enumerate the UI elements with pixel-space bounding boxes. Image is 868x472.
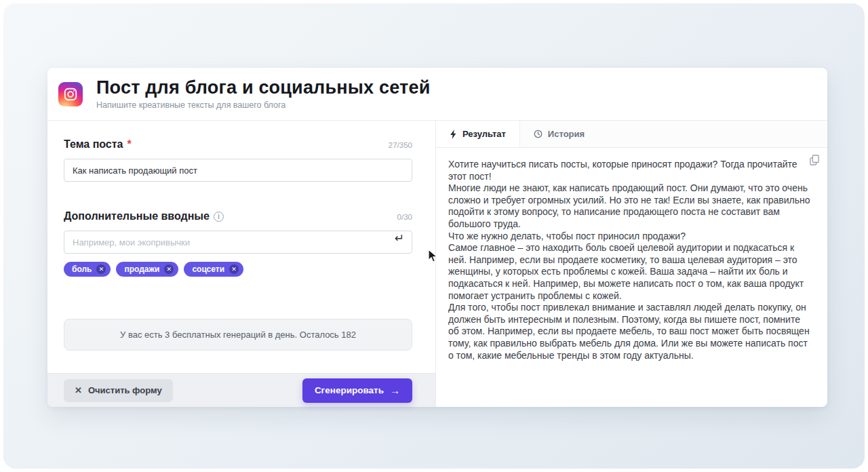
remove-tag-icon[interactable]: ✕ xyxy=(96,264,106,274)
tag-list: боль ✕ продажи ✕ соцсети ✕ xyxy=(64,262,412,277)
result-paragraph: Самое главное – это находить боль своей … xyxy=(448,242,811,302)
tag-label: боль xyxy=(72,264,92,274)
remove-tag-icon[interactable]: ✕ xyxy=(229,264,239,274)
extra-label: Дополнительные вводные i xyxy=(64,210,224,222)
extra-input[interactable] xyxy=(64,231,412,254)
required-asterisk: * xyxy=(127,138,132,151)
quota-notice: У вас есть 3 бесплатных генераций в день… xyxy=(64,319,412,351)
result-panel: Результат История xyxy=(435,121,827,407)
tag-chip[interactable]: соцсети ✕ xyxy=(184,262,243,277)
tag-chip[interactable]: боль ✕ xyxy=(64,262,111,277)
result-paragraph: Многие люди не знают, как написать прода… xyxy=(448,182,811,230)
clear-form-label: Очистить форму xyxy=(88,385,162,395)
arrow-right-icon: → xyxy=(390,385,400,396)
generate-label: Сгенерировать xyxy=(315,385,384,395)
desktop-background: Пост для блога и социальных сетей Напиши… xyxy=(3,3,865,469)
result-paragraph: Хотите научиться писать посты, которые п… xyxy=(448,159,811,182)
result-content: Хотите научиться писать посты, которые п… xyxy=(436,148,827,407)
extra-counter: 0/30 xyxy=(397,213,412,221)
topic-label: Тема поста * xyxy=(64,138,132,151)
form-footer: ✕ Очистить форму Сгенерировать → xyxy=(47,373,435,407)
card-header: Пост для блога и социальных сетей Напиши… xyxy=(47,68,827,121)
header-text: Пост для блога и социальных сетей Напиши… xyxy=(96,78,430,110)
generate-button[interactable]: Сгенерировать → xyxy=(302,378,412,403)
page-title: Пост для блога и социальных сетей xyxy=(96,78,430,98)
result-paragraph: Что же нужно делать, чтобы пост приносил… xyxy=(448,231,811,243)
lightning-icon xyxy=(450,130,457,139)
extra-field: Дополнительные вводные i 0/30 ↵ боль xyxy=(64,210,412,277)
tab-result-label: Результат xyxy=(462,129,506,139)
enter-icon[interactable]: ↵ xyxy=(395,233,404,244)
generated-post-text: Хотите научиться писать посты, которые п… xyxy=(448,159,811,361)
tag-chip[interactable]: продажи ✕ xyxy=(116,262,178,277)
tag-label: продажи xyxy=(124,264,159,274)
form-panel: Тема поста * 27/350 Дополнительные вводн… xyxy=(47,121,435,407)
clock-icon xyxy=(534,130,542,138)
topic-counter: 27/350 xyxy=(389,141,412,149)
post-generator-card: Пост для блога и социальных сетей Напиши… xyxy=(47,68,827,407)
tab-result[interactable]: Результат xyxy=(436,121,520,147)
result-tabs: Результат История xyxy=(436,121,827,148)
info-icon[interactable]: i xyxy=(214,212,224,222)
tag-label: соцсети xyxy=(192,264,224,274)
clear-form-button[interactable]: ✕ Очистить форму xyxy=(64,379,173,402)
topic-input[interactable] xyxy=(64,159,412,182)
result-paragraph: Для того, чтобы пост привлекал внимание … xyxy=(448,302,811,361)
topic-field: Тема поста * 27/350 xyxy=(64,138,412,182)
tab-history-label: История xyxy=(548,129,585,139)
form-area: Тема поста * 27/350 Дополнительные вводн… xyxy=(47,121,435,373)
card-body: Тема поста * 27/350 Дополнительные вводн… xyxy=(47,121,827,407)
close-icon: ✕ xyxy=(75,385,82,395)
instagram-icon xyxy=(58,82,83,106)
tab-history[interactable]: История xyxy=(520,121,598,147)
copy-icon[interactable] xyxy=(810,155,819,165)
page-subtitle: Напишите креативные тексты для вашего бл… xyxy=(96,100,430,110)
remove-tag-icon[interactable]: ✕ xyxy=(164,264,174,274)
